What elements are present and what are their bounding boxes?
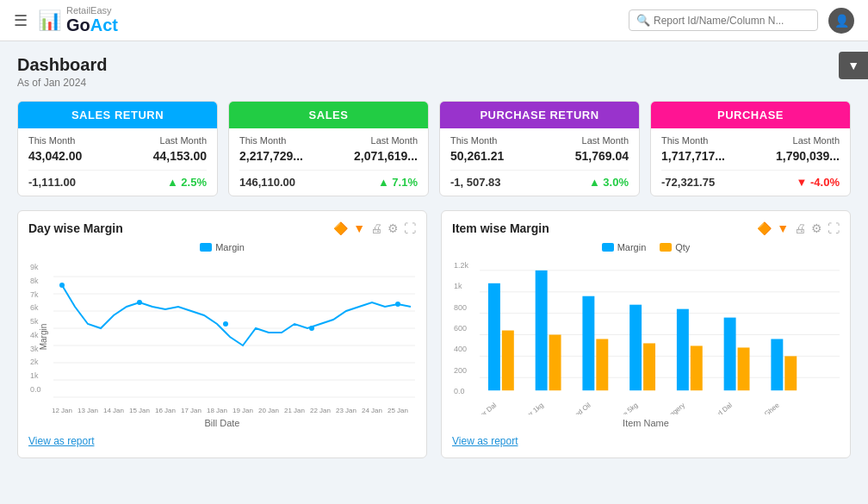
svg-text:18 Jan: 18 Jan xyxy=(207,407,227,414)
card-pct-sales: ▲ 7.1% xyxy=(378,176,418,189)
legend-color-margin-iw xyxy=(602,243,614,252)
svg-rect-38 xyxy=(596,339,608,390)
chart-x-label-item-wise: Item Name xyxy=(452,418,840,428)
svg-text:12 Jan: 12 Jan xyxy=(53,407,72,414)
view-report-day-wise[interactable]: View as report xyxy=(28,435,94,447)
funnel-icon-day-wise[interactable]: ▼ xyxy=(353,221,365,235)
card-values-purchase-return: 50,261.21 51,769.04 xyxy=(450,149,629,163)
expand-icon-day-wise[interactable]: ⛶ xyxy=(404,221,416,235)
card-body-sales: This Month Last Month 2,217,729... 2,071… xyxy=(229,128,428,196)
svg-text:19 Jan: 19 Jan xyxy=(232,407,253,414)
logo-icon: 📊 xyxy=(38,9,61,32)
chart-header-day-wise: Day wise Margin 🔶 ▼ 🖨 ⚙ ⛶ xyxy=(28,221,416,235)
chart-day-wise-margin: Day wise Margin 🔶 ▼ 🖨 ⚙ ⛶ Margin 9k8 xyxy=(17,210,427,458)
card-header-purchase: PURCHASE xyxy=(651,102,850,128)
menu-icon[interactable]: ☰ xyxy=(14,11,28,30)
svg-rect-44 xyxy=(738,347,750,390)
card-diff-purchase-return: -1, 507.83 xyxy=(450,176,501,189)
svg-text:14 Jan: 14 Jan xyxy=(103,407,124,414)
svg-text:Toor Dal: Toor Dal xyxy=(480,401,498,414)
svg-text:22 Jan: 22 Jan xyxy=(310,407,331,414)
svg-rect-36 xyxy=(549,335,561,391)
card-body-sales-return: This Month Last Month 43,042.00 44,153.0… xyxy=(18,128,217,196)
card-pct-purchase: ▼ -4.0% xyxy=(797,176,840,189)
card-purchase: PURCHASE This Month Last Month 1,717,717… xyxy=(650,101,851,196)
svg-point-8 xyxy=(59,283,65,288)
logo-text: RetailEasy GoAct xyxy=(66,6,118,35)
print-icon-day-wise[interactable]: 🖨 xyxy=(370,221,382,235)
svg-point-10 xyxy=(223,321,228,327)
card-months-sales: This Month Last Month xyxy=(239,135,418,146)
svg-text:20 Jan: 20 Jan xyxy=(258,407,279,414)
filter-button[interactable]: ▼ xyxy=(839,52,868,79)
svg-rect-43 xyxy=(724,318,736,391)
filter-icon-item-wise[interactable]: 🔶 xyxy=(757,221,772,235)
svg-rect-42 xyxy=(691,345,703,390)
svg-text:Refined Oil: Refined Oil xyxy=(561,401,592,414)
svg-text:Sugar 1kg: Sugar 1kg xyxy=(516,401,545,414)
this-month-val-purchase: 1,717,717... xyxy=(661,149,725,163)
card-values-purchase: 1,717,717... 1,790,039... xyxy=(661,149,840,163)
search-input[interactable] xyxy=(654,15,810,27)
svg-text:21 Jan: 21 Jan xyxy=(284,407,305,414)
card-sales: SALES This Month Last Month 2,217,729...… xyxy=(228,101,429,196)
header: ☰ 📊 RetailEasy GoAct 🔍 👤 xyxy=(0,0,868,41)
filter-icon-day-wise[interactable]: 🔶 xyxy=(333,221,348,235)
chart-area-item-wise: 1.2k1k8006004002000.0 xyxy=(452,259,840,414)
card-diff-purchase: -72,321.75 xyxy=(661,176,715,189)
last-month-val-sales-return: 44,153.00 xyxy=(153,149,207,163)
card-months-sales-return: This Month Last Month xyxy=(28,135,207,146)
svg-point-9 xyxy=(137,300,142,305)
card-months-purchase-return: This Month Last Month xyxy=(450,135,629,146)
print-icon-item-wise[interactable]: 🖨 xyxy=(794,221,806,235)
cards-row: SALES RETURN This Month Last Month 43,04… xyxy=(17,101,851,196)
last-month-val-sales: 2,071,619... xyxy=(354,149,418,163)
chart-item-wise-margin: Item wise Margin 🔶 ▼ 🖨 ⚙ ⛶ Margin Qty xyxy=(441,210,851,458)
settings-icon-item-wise[interactable]: ⚙ xyxy=(811,221,822,235)
legend-color-margin xyxy=(200,243,212,252)
bar-chart-svg: Toor Dal Sugar 1kg Refined Oil Rice 5kg … xyxy=(480,259,840,414)
search-box[interactable]: 🔍 xyxy=(629,9,818,31)
last-month-label-purchase: Last Month xyxy=(793,135,840,146)
svg-text:24 Jan: 24 Jan xyxy=(362,407,382,414)
svg-text:13 Jan: 13 Jan xyxy=(78,407,98,414)
card-header-sales-return: SALES RETURN xyxy=(18,102,217,128)
svg-text:17 Jan: 17 Jan xyxy=(181,407,202,414)
card-header-purchase-return: PURCHASE RETURN xyxy=(440,102,639,128)
funnel-icon-item-wise[interactable]: ▼ xyxy=(777,221,789,235)
settings-icon-day-wise[interactable]: ⚙ xyxy=(388,221,399,235)
svg-text:16 Jan: 16 Jan xyxy=(155,407,176,414)
legend-margin-day-wise: Margin xyxy=(200,242,245,252)
card-sales-return: SALES RETURN This Month Last Month 43,04… xyxy=(17,101,218,196)
svg-rect-41 xyxy=(677,309,689,391)
logo-area: 📊 RetailEasy GoAct xyxy=(38,6,118,35)
card-footer-sales: 146,110.00 ▲ 7.1% xyxy=(239,170,418,189)
svg-rect-33 xyxy=(488,283,500,390)
svg-rect-46 xyxy=(784,356,797,390)
card-body-purchase-return: This Month Last Month 50,261.21 51,769.0… xyxy=(440,128,639,196)
svg-text:Urad Dal: Urad Dal xyxy=(708,401,734,414)
svg-rect-45 xyxy=(771,339,783,390)
main-content: Dashboard As of Jan 2024 SALES RETURN Th… xyxy=(0,41,868,472)
chart-actions-day-wise: 🔶 ▼ 🖨 ⚙ ⛶ xyxy=(333,221,416,235)
card-pct-purchase-return: ▲ 3.0% xyxy=(589,176,629,189)
card-body-purchase: This Month Last Month 1,717,717... 1,790… xyxy=(651,128,850,196)
card-footer-sales-return: -1,111.00 ▲ 2.5% xyxy=(28,170,207,189)
page-title: Dashboard xyxy=(17,55,851,75)
view-report-item-wise[interactable]: View as report xyxy=(452,435,518,447)
chart-legend-item-wise: Margin Qty xyxy=(452,242,840,252)
card-purchase-return: PURCHASE RETURN This Month Last Month 50… xyxy=(439,101,640,196)
svg-point-11 xyxy=(309,326,314,331)
chart-header-item-wise: Item wise Margin 🔶 ▼ 🖨 ⚙ ⛶ xyxy=(452,221,840,235)
legend-label-margin: Margin xyxy=(215,242,245,252)
expand-icon-item-wise[interactable]: ⛶ xyxy=(828,221,840,235)
card-footer-purchase-return: -1, 507.83 ▲ 3.0% xyxy=(450,170,629,189)
user-avatar[interactable]: 👤 xyxy=(828,8,854,34)
search-icon: 🔍 xyxy=(636,14,650,27)
legend-label-margin-iw: Margin xyxy=(617,242,647,252)
svg-text:Palm jaggery: Palm jaggery xyxy=(651,401,686,414)
chart-actions-item-wise: 🔶 ▼ 🖨 ⚙ ⛶ xyxy=(757,221,840,235)
svg-rect-37 xyxy=(582,296,594,390)
svg-text:15 Jan: 15 Jan xyxy=(129,407,150,414)
last-month-label-sales-return: Last Month xyxy=(160,135,207,146)
